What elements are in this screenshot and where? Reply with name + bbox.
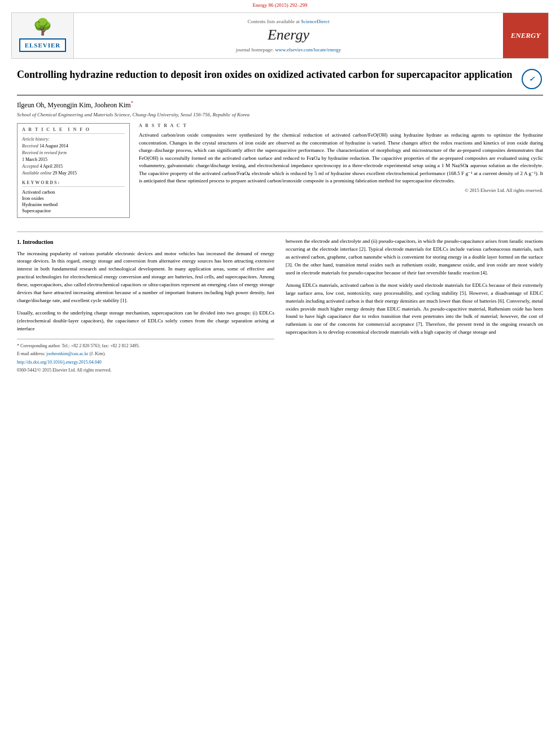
footer-email-label: E-mail address: <box>17 351 45 356</box>
copyright-line: © 2015 Elsevier Ltd. All rights reserved… <box>139 187 543 193</box>
authors: Ilgeun Oh, Myeongjin Kim, Jooheon Kim* <box>17 100 543 110</box>
body-col-right: between the electrode and electrolyte an… <box>286 238 543 375</box>
section1-title: Introduction <box>23 239 53 245</box>
citation-text: Energy 86 (2015) 292–299 <box>252 2 307 8</box>
footer-email-line: E-mail address: jooheonkim@cau.ac.kr (J.… <box>17 351 274 357</box>
body-para-1: The increasing popularity of various por… <box>17 250 274 305</box>
revised-row: Received in revised form <box>22 150 125 155</box>
footer-doi-line: http://dx.doi.org/10.1016/j.energy.2015.… <box>17 359 274 366</box>
journal-center: Contents lists available at ScienceDirec… <box>74 13 503 58</box>
footer-corresponding-label: * Corresponding author. <box>17 343 61 348</box>
abstract-title: A B S T R A C T <box>139 123 543 128</box>
body-para-2-text: Usually, according to the underlying cha… <box>17 310 274 331</box>
footer-area: * Corresponding author. Tel.: +82 2 820 … <box>17 339 274 374</box>
sciencedirect-label: Contents lists available at <box>248 19 300 24</box>
homepage-link[interactable]: www.elsevier.com/locate/energy <box>275 47 341 53</box>
revised-date-row: 1 March 2015 <box>22 156 125 162</box>
keywords-section: Keywords: Activated carbon Iron oxides H… <box>22 180 125 213</box>
article-info-box: A R T I C L E I N F O Article history: R… <box>17 123 130 218</box>
journal-title: Energy <box>268 27 309 43</box>
footer-issn-text: 0360-5442/© 2015 Elsevier Ltd. All right… <box>17 368 111 373</box>
online-row: Available online 29 May 2015 <box>22 170 125 176</box>
body-col-left: 1. Introduction The increasing popularit… <box>17 238 274 375</box>
journal-logo-right: ENERGY <box>503 13 548 58</box>
right-col: A B S T R A C T Activated carbon/iron ox… <box>139 123 543 224</box>
journal-logo-left: 🌳 ELSEVIER <box>12 13 74 58</box>
accepted-date: 4 April 2015 <box>40 164 62 169</box>
body-para-4: Among EDLCs materials, activated carbon … <box>286 282 543 337</box>
article-title-section: Controlling hydrazine reduction to depos… <box>17 68 543 95</box>
keyword-3: Hydrazine method <box>22 202 125 207</box>
section1-heading: 1. Introduction <box>17 238 274 247</box>
sciencedirect-link[interactable]: ScienceDirect <box>301 19 329 24</box>
body-para-3: between the electrode and electrolyte an… <box>286 238 543 277</box>
footer-issn-line: 0360-5442/© 2015 Elsevier Ltd. All right… <box>17 367 274 374</box>
article-history-label-row: Article history: <box>22 136 125 142</box>
citation-bar: Energy 86 (2015) 292–299 <box>0 0 560 9</box>
sciencedirect-line: Contents lists available at ScienceDirec… <box>248 19 330 24</box>
crossmark-circle: ✓ <box>522 69 542 89</box>
keyword-4: Supercapacitor <box>22 208 125 213</box>
body-para-2: Usually, according to the underlying cha… <box>17 309 274 333</box>
body-para-3-text: between the electrode and electrolyte an… <box>286 238 543 276</box>
elsevier-label: ELSEVIER <box>25 42 61 49</box>
main-content: Controlling hydrazine reduction to depos… <box>0 62 560 386</box>
affiliation: School of Chemical Engineering and Mater… <box>17 112 543 117</box>
left-col: A R T I C L E I N F O Article history: R… <box>17 123 130 224</box>
received-row: Received 14 August 2014 <box>22 143 125 148</box>
revised-label: Received in revised form <box>22 150 67 155</box>
body-para-1-text: The increasing popularity of various por… <box>17 251 274 304</box>
footer-email-person: (J. Kim). <box>89 351 106 356</box>
section-divider <box>17 231 543 232</box>
accepted-row: Accepted 4 April 2015 <box>22 163 125 169</box>
authors-text: Ilgeun Oh, Myeongjin Kim, Jooheon Kim <box>17 101 131 109</box>
section1-number: 1. <box>17 239 21 245</box>
accepted-label: Accepted <box>22 164 38 169</box>
elsevier-box: ELSEVIER <box>19 38 67 52</box>
energy-logo-icon: ENERGY <box>511 31 541 41</box>
history-label: Article history: <box>22 137 50 142</box>
online-label: Available online <box>22 171 51 176</box>
footer-doi-link[interactable]: http://dx.doi.org/10.1016/j.energy.2015.… <box>17 360 102 365</box>
homepage-line: journal homepage: www.elsevier.com/locat… <box>236 47 342 53</box>
article-history-title: A R T I C L E I N F O <box>22 127 125 134</box>
abstract-box: A B S T R A C T Activated carbon/iron ox… <box>139 123 543 193</box>
keywords-title: Keywords: <box>22 180 125 187</box>
keyword-2: Iron oxides <box>22 195 125 201</box>
elsevier-tree-icon: 🌳 <box>33 19 53 35</box>
article-title: Controlling hydrazine reduction to depos… <box>17 68 520 82</box>
article-info-abstract-layout: A R T I C L E I N F O Article history: R… <box>17 123 543 224</box>
footer-email-link[interactable]: jooheonkim@cau.ac.kr <box>46 351 88 356</box>
homepage-label: journal homepage: <box>236 47 274 53</box>
received-label: Received <box>22 143 38 148</box>
corresponding-marker: * <box>131 100 134 106</box>
body-two-col: 1. Introduction The increasing popularit… <box>17 238 543 375</box>
abstract-text: Activated carbon/iron oxide composites w… <box>139 132 543 185</box>
keyword-1: Activated carbon <box>22 189 125 195</box>
revised-date: 1 March 2015 <box>22 157 47 162</box>
online-date: 29 May 2015 <box>53 171 77 176</box>
footer-corresponding: * Corresponding author. Tel.: +82 2 820 … <box>17 343 274 350</box>
footer-tel: Tel.: +82 2 820 5763; fax: +82 2 812 349… <box>62 343 139 348</box>
crossmark-badge: ✓ <box>520 68 543 90</box>
journal-header: 🌳 ELSEVIER Contents lists available at S… <box>11 12 549 59</box>
crossmark-icon: ✓ <box>529 75 535 84</box>
received-date: 14 August 2014 <box>40 143 68 148</box>
body-para-4-text: Among EDLCs materials, activated carbon … <box>286 282 543 335</box>
